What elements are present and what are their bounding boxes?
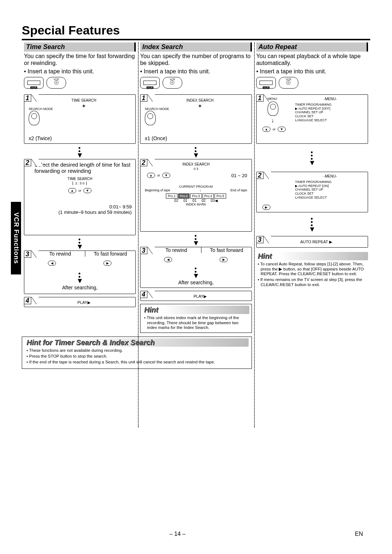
device-icons-3: VCR VCR⦾ [256,77,368,89]
title-rule [22,39,370,40]
step-num-1: 1 [256,94,264,102]
right-button-icon: ▶ [262,205,270,210]
hint-header-bottom: Hint for Timer Search & Index Search [25,338,249,347]
vcr-remote-icon: VCR⦾ [279,77,298,89]
page-number: – 14 – [170,531,185,537]
step-num-3: 3 [24,250,31,258]
menu-header: -MENU- [295,97,366,101]
ts-step2-text: Select the desired length of time for fa… [34,162,133,174]
ff-button-icon: ▶ [220,257,228,262]
bullet-auto-repeat: • Insert a tape into this unit. [256,68,368,75]
ts-step1-diaglabel: TIME SEARCH [72,98,96,102]
down-button-icon: ▼ [278,127,286,132]
ts-step1-caption: x2 (Twice) [29,135,52,141]
arrow-icon: ••▼ [140,147,252,157]
prog-cell: Pro.3 [190,194,202,199]
menu-item-selected: ▶ AUTO REPEAT [ON] [295,184,366,188]
step-num-1: 1 [24,94,31,102]
arrow-icon: ••▼ [140,235,252,245]
ar-step3-box: 3 AUTO REPEAT ▶ [256,236,368,248]
up-button-icon: ▲ [147,173,155,178]
hint-item: Press the STOP button to stop the search… [25,354,249,359]
is-step2-diagvalue: 0 3 [194,167,199,171]
or-label: or [78,189,81,192]
hint-item: If the end of the tape is reached during… [25,360,249,365]
up-button-icon: ▲ [262,127,270,132]
or-label: or [273,127,275,131]
is-hint-box: Hint This unit stores index mark at the … [140,304,252,333]
menu-item-selected: ▶ AUTO REPEAT [OFF] [295,107,366,111]
hint-item: These functions are not available during… [25,348,249,353]
index-mark-label: INDEX MARK [143,203,249,206]
rewind-button-icon: ◀ [164,257,172,262]
step-num-4: 4 [140,291,147,298]
bullet-index-search: • Insert a tape into this unit. [140,68,252,75]
or-label: or [157,174,160,177]
device-icons-1: VCR VCR⦾ [24,77,136,89]
prog-num: 01 [192,199,196,203]
step-num-1: 1 [140,94,147,102]
col-auto-repeat: Auto Repeat You can repeat playback of a… [254,42,370,333]
prog-num: 02 [174,199,178,203]
ts-step4-box: 4 PLAY▶ [24,297,136,307]
step-num-3: 3 [140,247,147,254]
ts-range-note: (1 minute~9 hours and 59 minutes) [26,209,132,215]
is-step2-box: 2 INDEX SEARCH 0 3 ▲ or ▼ 01 ~ 20 CURREN… [140,159,252,232]
begin-tape-label: Beginning of tape [145,188,170,192]
search-mode-button-icon [29,111,40,125]
down-button-icon: ▼ [162,173,170,178]
intro-index-search: You can specify the number of programs t… [140,53,252,67]
end-tape-label: End of tape [230,188,247,192]
hint-item: If menu remains on the TV screen at step… [256,277,368,288]
up-button-icon: ▲ [68,188,76,193]
ar-autorepeat-label: AUTO REPEAT ▶ [267,240,366,244]
step-num-2: 2 [256,172,264,179]
is-step1-caption: x1 (Once) [145,135,167,141]
ar-hint-box: Hint To cancel Auto Repeat, follow steps… [256,250,368,290]
step-num-2: 2 [140,159,147,166]
vcr-remote-icon: VCR⦾ [163,77,182,89]
hint-header: Hint [256,252,368,260]
lang-code: EN [355,531,363,537]
step-num-2: 2 [24,159,31,166]
is-rewind-label: To rewind [151,247,201,253]
arrow-icon: ••▼ [24,147,136,157]
arrow-icon: ••▼ [24,238,136,248]
ts-rewind-label: To rewind [35,251,85,257]
search-mode-button-icon [145,111,156,125]
bullet-time-search: • Insert a tape into this unit. [24,68,136,75]
header-auto-repeat: Auto Repeat [256,42,368,52]
ts-after-searching: After searching, [24,285,135,293]
ts-step1-box: 1 TIME SEARCH ✶ SEARCH MODE x2 (Twice) [24,94,136,144]
is-step1-btnlabel: SEARCH MODE [145,107,169,111]
ts-range: 0:01~ 9:59 [26,204,132,209]
prog-cell: Pro.4 [203,194,214,199]
ts-step2-diaglabel: TIME SEARCH [68,177,92,181]
ts-step3-box: 3 To rewind To fast forward ◀ ▶ ••▼ Afte… [24,250,136,294]
arrow-icon: •••▼ [256,217,368,231]
prog-num: 01 [183,199,187,203]
menu-item: TIMER PROGRAMMING [295,103,366,107]
arrow-icon: ••▼ [24,272,135,282]
header-time-search: Time Search [24,42,136,52]
hint-item: To cancel Auto Repeat, follow steps [1]-… [256,262,368,277]
device-icons-2: VCR VCR⦾ [140,77,252,89]
side-tab-vcr-functions: VCR Functions [11,202,21,274]
is-step2-diaglabel: INDEX SEARCH [182,162,209,166]
is-step1-diaglabel: INDEX SEARCH [186,98,213,102]
down-button-icon: ▼ [83,188,91,193]
col-time-search: Time Search You can specify the time for… [22,42,138,333]
page-title: Special Features [22,23,370,37]
menu-item: CLOCK SET [295,192,366,196]
menu-button-label: MENU [268,97,277,101]
vcr-remote-icon: VCR⦾ [46,77,66,89]
menu-item: CLOCK SET [295,114,366,118]
program-row: Pro.1 Pro.2 Pro.3 Pro.4 Pro.5 [143,194,249,199]
is-play-label: PLAY▶ [151,294,249,299]
vcr-unit-icon: VCR [140,77,160,89]
header-index-search: Index Search [140,42,252,52]
ts-ff-label: To fast forward [85,251,135,257]
ts-step2-box: 2 Select the desired length of time for … [24,159,136,235]
hint-header: Hint [143,306,249,314]
is-ff-label: To fast forward [201,247,251,253]
